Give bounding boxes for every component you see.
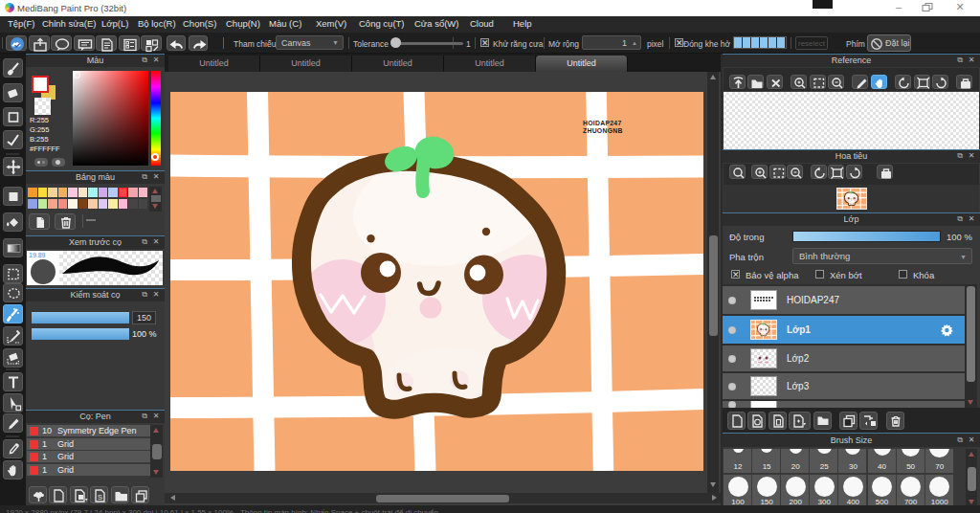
svg-text:S: S — [98, 493, 102, 502]
